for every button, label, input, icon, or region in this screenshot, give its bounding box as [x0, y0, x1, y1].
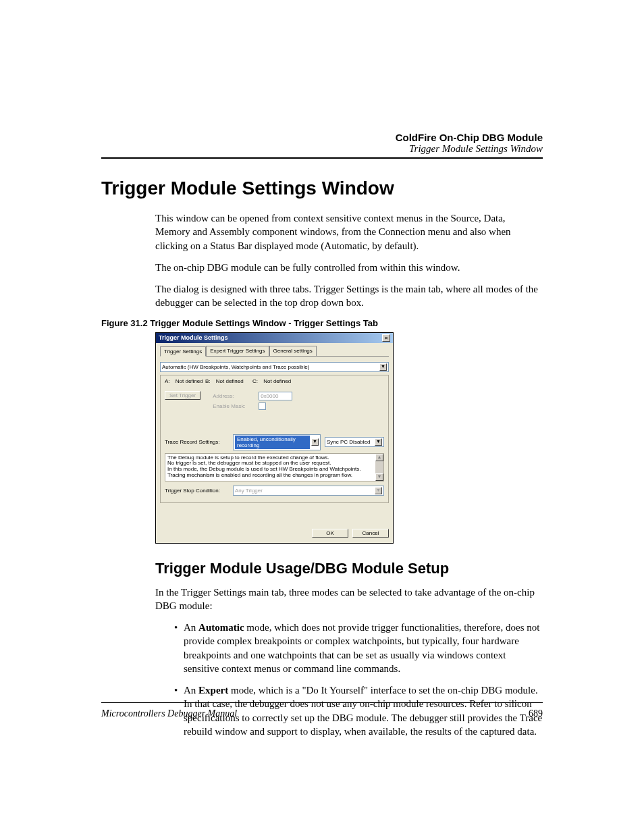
info-textbox: The Debug module is setup to record the … [165, 453, 384, 481]
value-c: Not defined [263, 378, 291, 384]
label-a: A: [165, 378, 170, 384]
tab-trigger-settings[interactable]: Trigger Settings [160, 346, 206, 357]
bold-automatic: Automatic [198, 622, 244, 633]
running-head: ColdFire On-Chip DBG Module Trigger Modu… [101, 132, 543, 155]
intro-p3: The dialog is designed with three tabs. … [155, 282, 543, 310]
chapter-title: ColdFire On-Chip DBG Module [101, 132, 543, 143]
value-a: Not defined [176, 378, 203, 384]
stop-condition-label: Trigger Stop Condition: [165, 488, 229, 494]
dialog-tabs: Trigger Settings Expert Trigger Settings… [160, 346, 389, 357]
label-b: B: [205, 378, 211, 384]
address-label: Address: [213, 393, 253, 399]
trigger-settings-dialog: Trigger Module Settings × Trigger Settin… [155, 332, 394, 544]
sync-pc-value: Sync PC Disabled [327, 439, 373, 445]
trace-record-value: Enabled, unconditionally recording [235, 436, 310, 449]
address-input[interactable]: 0x0000 [259, 392, 292, 400]
chevron-down-icon[interactable]: ▼ [311, 438, 319, 446]
stop-condition-select[interactable]: Any Trigger ▼ [233, 486, 384, 496]
info-line-4: Tracing mechanism is enabled and recordi… [167, 473, 381, 479]
intro-p1: This window can be opened from context s… [155, 211, 543, 253]
ok-button[interactable]: OK [312, 529, 348, 538]
close-icon[interactable]: × [382, 334, 390, 342]
mask-label: Enable Mask: [213, 403, 253, 409]
stop-condition-value: Any Trigger [235, 488, 373, 494]
scroll-down-icon[interactable]: ▼ [375, 473, 383, 481]
mode-list: An Automatic mode, which does not provid… [174, 621, 543, 738]
mode-combo[interactable]: Automatic (HW Breakpoints, Watchpoints a… [160, 362, 389, 372]
label-c: C: [252, 378, 258, 384]
list-item: An Automatic mode, which does not provid… [174, 621, 543, 675]
trace-label: Trace Record Settings: [165, 439, 229, 445]
header-rule [101, 157, 543, 159]
dialog-titlebar[interactable]: Trigger Module Settings × [156, 333, 393, 343]
scrollbar[interactable]: ▲ ▼ [375, 454, 383, 481]
section-title: Trigger Module Settings Window [101, 143, 543, 155]
chevron-down-icon[interactable]: ▼ [379, 363, 387, 371]
bold-expert: Expert [198, 685, 228, 696]
page-heading: Trigger Module Settings Window [101, 178, 543, 199]
chevron-down-icon[interactable]: ▼ [375, 487, 382, 494]
intro-block: This window can be opened from context s… [155, 211, 543, 310]
cancel-button[interactable]: Cancel [352, 529, 389, 538]
tab-expert-trigger[interactable]: Expert Trigger Settings [206, 346, 269, 356]
sync-pc-select[interactable]: Sync PC Disabled ▼ [325, 437, 384, 447]
subsection-heading: Trigger Module Usage/DBG Module Setup [155, 560, 543, 577]
chevron-down-icon[interactable]: ▼ [375, 438, 382, 446]
body2-p1: In the Trigger Settings main tab, three … [155, 585, 543, 613]
figure-caption: Figure 31.2 Trigger Module Settings Wind… [101, 318, 543, 328]
trace-record-select[interactable]: Enabled, unconditionally recording ▼ [233, 434, 321, 450]
tab-general-settings[interactable]: General settings [269, 346, 317, 356]
footer-page-number: 689 [529, 708, 543, 719]
intro-p2: The on-chip DBG module can be fully cont… [155, 261, 543, 274]
dialog-title-text: Trigger Module Settings [159, 334, 228, 341]
set-trigger-button[interactable]: Set Trigger [165, 391, 200, 400]
mode-combo-value: Automatic (HW Breakpoints, Watchpoints a… [162, 364, 309, 370]
scroll-up-icon[interactable]: ▲ [375, 454, 383, 461]
trigger-panel: A: Not defined B: Not defined C: Not def… [160, 375, 389, 503]
page-footer: Microcontrollers Debugger Manual 689 [101, 702, 543, 719]
footer-manual-title: Microcontrollers Debugger Manual [101, 708, 237, 719]
mask-checkbox[interactable] [259, 402, 266, 410]
value-b: Not defined [216, 378, 244, 384]
